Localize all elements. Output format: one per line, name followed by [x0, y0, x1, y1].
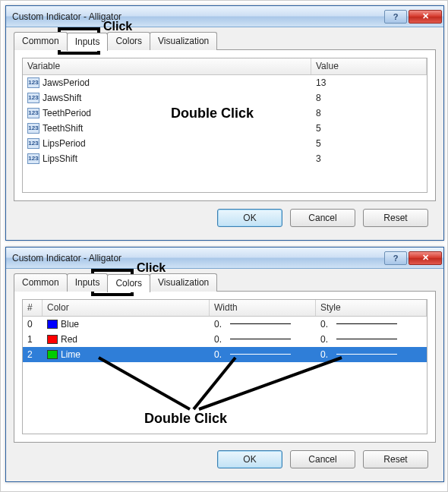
- style-sample: [336, 339, 397, 339]
- table-row[interactable]: 123TeethPeriod 8: [23, 106, 427, 121]
- var-name: JawsPeriod: [43, 77, 90, 88]
- dialog-title: Custom Indicator - Alligator: [12, 11, 383, 22]
- width-sample: [230, 339, 291, 339]
- colors-panel: # Color Width Style 0 Blue 0. 0. 1 Red: [14, 291, 436, 443]
- inputs-list[interactable]: Variable Value 123JawsPeriod 13 123JawsS…: [22, 58, 427, 193]
- var-value[interactable]: 5: [311, 137, 326, 150]
- header-width: Width: [210, 300, 316, 316]
- row-index: 2: [23, 348, 43, 361]
- table-row[interactable]: 123LipsShift 3: [23, 151, 427, 166]
- var-name: TeethPeriod: [43, 108, 91, 118]
- tab-strip: Common Inputs Colors Visualization: [14, 273, 436, 292]
- var-value[interactable]: 5: [311, 122, 326, 134]
- svg-line-0: [99, 358, 190, 409]
- svg-line-2: [199, 358, 342, 409]
- width-value: 0.: [214, 334, 222, 345]
- tab-colors[interactable]: Colors: [107, 274, 150, 292]
- inputs-list-header: Variable Value: [23, 58, 427, 75]
- int-icon: 123: [27, 138, 39, 149]
- color-name: Red: [61, 334, 77, 345]
- help-button[interactable]: ?: [384, 251, 407, 265]
- cancel-button[interactable]: Cancel: [290, 450, 355, 468]
- style-value: 0.: [320, 334, 328, 345]
- title-bar: Custom Indicator - Alligator ? ✕: [6, 248, 443, 269]
- header-index: #: [23, 300, 43, 316]
- tab-visualization[interactable]: Visualization: [150, 273, 217, 292]
- style-value: 0.: [320, 319, 328, 330]
- dialog-title: Custom Indicator - Alligator: [12, 253, 383, 263]
- close-button[interactable]: ✕: [409, 251, 442, 265]
- row-index: 1: [23, 333, 43, 345]
- tab-colors[interactable]: Colors: [107, 32, 150, 50]
- var-value[interactable]: 3: [311, 153, 326, 165]
- dialog-inputs: Custom Indicator - Alligator ? ✕ Common …: [5, 5, 444, 241]
- help-button[interactable]: ?: [384, 10, 407, 24]
- int-icon: 123: [27, 108, 39, 118]
- int-icon: 123: [27, 153, 39, 164]
- colors-list[interactable]: # Color Width Style 0 Blue 0. 0. 1 Red: [22, 299, 427, 434]
- var-value[interactable]: 8: [311, 107, 326, 119]
- dialog-buttons: OK Cancel Reset: [14, 443, 436, 468]
- annotation-double-click: Double Click: [144, 411, 227, 427]
- table-row[interactable]: 123JawsPeriod 13: [23, 75, 427, 90]
- cancel-button[interactable]: Cancel: [290, 209, 355, 227]
- tab-common[interactable]: Common: [14, 32, 68, 50]
- var-value[interactable]: 13: [311, 77, 330, 89]
- header-value: Value: [311, 58, 427, 74]
- color-swatch: [47, 320, 58, 329]
- var-name: LipsShift: [43, 153, 77, 164]
- width-value: 0.: [214, 349, 222, 360]
- table-row[interactable]: 1 Red 0. 0.: [23, 332, 427, 347]
- table-row[interactable]: 123TeethShift 5: [23, 121, 427, 136]
- width-sample: [230, 354, 291, 355]
- colors-list-header: # Color Width Style: [23, 300, 427, 317]
- tab-strip: Common Inputs Colors Visualization: [14, 32, 436, 50]
- header-color: Color: [43, 300, 210, 316]
- var-name: TeethShift: [43, 123, 83, 134]
- color-swatch: [47, 335, 58, 344]
- table-row[interactable]: 0 Blue 0. 0.: [23, 317, 427, 332]
- header-variable: Variable: [23, 58, 311, 74]
- style-value: 0.: [320, 349, 328, 360]
- color-swatch: [47, 350, 58, 359]
- ok-button[interactable]: OK: [217, 450, 282, 468]
- int-icon: 123: [27, 77, 39, 88]
- table-row[interactable]: 123LipsPeriod 5: [23, 136, 427, 151]
- table-row[interactable]: 2 Lime 0. 0.: [23, 347, 427, 362]
- tab-inputs[interactable]: Inputs: [67, 33, 109, 51]
- color-name: Lime: [61, 349, 80, 360]
- tab-visualization[interactable]: Visualization: [150, 32, 217, 50]
- dialog-colors: Custom Indicator - Alligator ? ✕ Common …: [5, 247, 444, 482]
- style-sample: [336, 323, 397, 324]
- title-bar: Custom Indicator - Alligator ? ✕: [6, 6, 443, 27]
- table-row[interactable]: 123JawsShift 8: [23, 90, 427, 106]
- dialog-buttons: OK Cancel Reset: [14, 201, 436, 227]
- header-style: Style: [316, 300, 427, 316]
- var-value[interactable]: 8: [311, 92, 326, 104]
- style-sample: [336, 354, 397, 355]
- int-icon: 123: [27, 123, 39, 134]
- inputs-panel: Variable Value 123JawsPeriod 13 123JawsS…: [14, 49, 436, 201]
- tab-common[interactable]: Common: [14, 273, 68, 292]
- color-name: Blue: [61, 319, 79, 330]
- var-name: JawsShift: [43, 93, 81, 103]
- row-index: 0: [23, 318, 43, 330]
- tab-inputs[interactable]: Inputs: [67, 273, 109, 292]
- reset-button[interactable]: Reset: [363, 450, 428, 468]
- ok-button[interactable]: OK: [217, 209, 282, 227]
- svg-line-1: [194, 358, 235, 409]
- width-sample: [230, 323, 291, 324]
- int-icon: 123: [27, 93, 39, 103]
- close-button[interactable]: ✕: [409, 10, 442, 24]
- reset-button[interactable]: Reset: [363, 209, 428, 227]
- var-name: LipsPeriod: [43, 138, 86, 149]
- width-value: 0.: [214, 319, 222, 330]
